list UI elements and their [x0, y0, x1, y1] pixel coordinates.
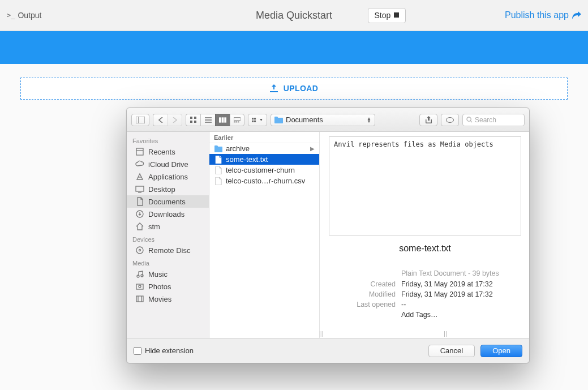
chevron-right-icon: ▶ [310, 145, 315, 152]
sidebar-item-music[interactable]: Music [127, 268, 209, 280]
music-icon [135, 269, 144, 278]
gallery-view-button[interactable] [230, 114, 244, 126]
svg-rect-14 [235, 121, 237, 122]
sidebar-item-remote-disc[interactable]: Remote Disc [127, 244, 209, 256]
column-resize-handle[interactable]: || [444, 330, 448, 337]
stop-button[interactable]: Stop [368, 8, 406, 23]
sidebar-item-movies[interactable]: Movies [127, 293, 209, 305]
sidebar-item-home[interactable]: stm [127, 220, 209, 233]
svg-rect-16 [252, 118, 254, 119]
search-input[interactable]: Search [462, 114, 525, 126]
group-icon [252, 117, 258, 123]
hide-extension-checkbox[interactable]: Hide extension [134, 346, 194, 355]
cancel-button[interactable]: Cancel [428, 345, 475, 357]
preview-pane: Anvil represents files as Media objects … [320, 132, 529, 338]
svg-rect-9 [219, 117, 221, 122]
app-toolbar: >_ Output Media Quickstart Stop Publish … [0, 0, 588, 31]
location-dropdown[interactable]: Documents ▲▼ [271, 114, 375, 126]
sidebar-item-label: Photos [148, 282, 171, 291]
home-icon [135, 222, 144, 231]
sidebar-item-applications[interactable]: Applications [127, 170, 209, 183]
chevron-down-icon: ▼ [259, 118, 263, 122]
list-view-button[interactable] [200, 114, 215, 126]
list-icon [205, 117, 212, 123]
add-tags-link[interactable]: Add Tags… [401, 310, 437, 320]
modified-label: Modified [329, 289, 396, 299]
sidebar-item-icloud[interactable]: iCloud Drive [127, 158, 209, 170]
column-resize-handle[interactable]: || [319, 330, 324, 337]
share-button[interactable] [419, 114, 437, 126]
file-icon [214, 177, 222, 185]
sidebar-item-desktop[interactable]: Desktop [127, 183, 209, 195]
svg-rect-2 [190, 117, 192, 119]
chevron-right-icon [173, 117, 177, 123]
svg-rect-4 [190, 121, 192, 123]
sidebar-section-media: Media [127, 256, 209, 268]
dialog-bottom-bar: Hide extension Cancel Open [127, 338, 529, 363]
sidebar-item-label: Applications [148, 173, 188, 181]
sidebar-item-photos[interactable]: Photos [127, 280, 209, 293]
file-name: some-text.txt [226, 155, 268, 164]
file-icon [214, 155, 222, 164]
back-button[interactable] [153, 114, 168, 126]
hide-extension-input[interactable] [134, 347, 141, 355]
stop-icon [394, 12, 399, 18]
desktop-icon [135, 185, 144, 194]
photos-icon [135, 282, 144, 291]
nav-group [153, 114, 182, 126]
upload-icon [270, 84, 278, 92]
sidebar-section-devices: Devices [127, 233, 209, 244]
file-group-label: Earlier [209, 132, 319, 143]
tags-button[interactable] [441, 114, 459, 126]
svg-point-34 [139, 285, 141, 288]
documents-icon [135, 197, 144, 206]
sidebar-item-label: Desktop [148, 185, 175, 194]
movies-icon [135, 294, 144, 303]
output-tab[interactable]: >_ Output [7, 11, 41, 20]
svg-rect-17 [254, 118, 256, 119]
cloud-icon [135, 160, 144, 169]
blue-banner [0, 31, 588, 64]
group-by-button[interactable]: ▼ [248, 114, 267, 126]
file-row[interactable]: telco-customer-churn [209, 165, 319, 175]
upload-zone[interactable]: UPLOAD [20, 78, 568, 100]
page-title: Media Quickstart [256, 10, 332, 22]
svg-rect-18 [252, 120, 254, 122]
svg-rect-26 [136, 186, 144, 191]
file-icon [214, 166, 222, 174]
file-row-selected[interactable]: some-text.txt [209, 154, 319, 165]
sidebar-item-recents[interactable]: Recents [127, 145, 209, 158]
sidebar-item-downloads[interactable]: Downloads [127, 208, 209, 220]
file-kind: Plain Text Document - 39 bytes [401, 269, 521, 277]
finder-toolbar: ▼ Documents ▲▼ Search [127, 108, 529, 132]
preview-content: Anvil represents files as Media objects [329, 136, 521, 235]
sidebar-item-documents[interactable]: Documents [127, 195, 209, 208]
sidebar-item-label: Music [148, 270, 168, 278]
folder-icon [214, 144, 222, 153]
search-placeholder: Search [475, 116, 496, 124]
column-view-button[interactable] [215, 114, 230, 126]
svg-point-32 [141, 275, 143, 277]
svg-point-30 [139, 250, 140, 251]
last-opened-label: Last opened [329, 299, 396, 310]
icon-view-button[interactable] [186, 114, 200, 126]
svg-rect-11 [224, 117, 226, 122]
file-row[interactable]: telco-custo…r-churn.csv [209, 175, 319, 186]
share-icon [572, 11, 581, 19]
last-opened-value: -- [401, 299, 406, 310]
sidebar-toggle-button[interactable] [131, 114, 149, 126]
search-icon [466, 117, 473, 123]
forward-button[interactable] [168, 114, 182, 126]
file-metadata: Plain Text Document - 39 bytes Created F… [329, 269, 521, 320]
file-name: telco-custo…r-churn.csv [226, 177, 305, 185]
svg-point-21 [467, 117, 471, 121]
publish-link[interactable]: Publish this app [505, 10, 581, 20]
view-mode-group [186, 114, 244, 126]
file-row-folder[interactable]: archive ▶ [209, 143, 319, 154]
prompt-icon: >_ [7, 11, 15, 19]
svg-rect-23 [136, 148, 143, 155]
stop-button-label: Stop [375, 11, 391, 20]
svg-point-20 [447, 117, 454, 122]
share-up-icon [426, 116, 432, 123]
open-button[interactable]: Open [480, 345, 522, 357]
